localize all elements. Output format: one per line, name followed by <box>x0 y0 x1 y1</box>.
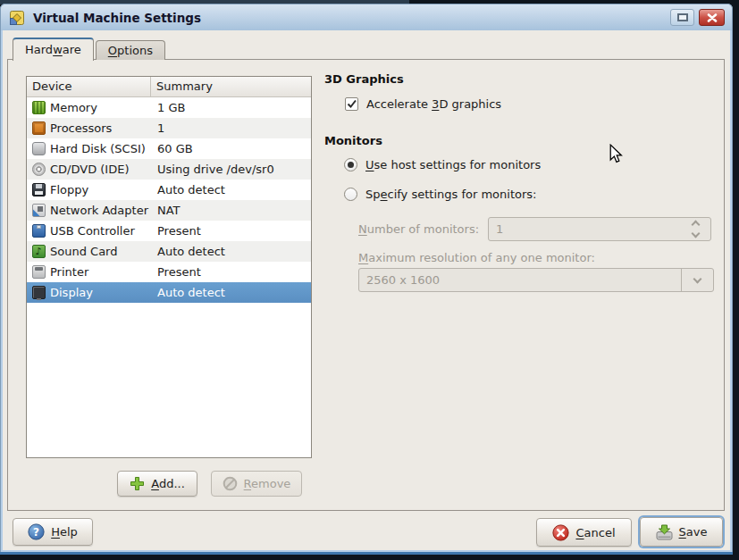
column-header-summary[interactable]: Summary <box>151 77 311 96</box>
number-of-monitors-label: Number of monitors: <box>358 222 479 236</box>
3d-graphics-heading: 3D Graphics <box>324 72 404 86</box>
spinner-chevrons <box>684 219 710 239</box>
device-summary: Present <box>151 265 311 279</box>
maximize-icon <box>677 13 688 21</box>
remove-button: Remove <box>211 471 302 497</box>
window-title: Virtual Machine Settings <box>33 11 201 25</box>
max-resolution-label: Maximum resolution of any one monitor: <box>358 251 595 264</box>
specify-radio[interactable] <box>344 188 357 201</box>
remove-button-label: Remove <box>244 477 291 490</box>
device-summary: Present <box>151 224 311 238</box>
device-name: Hard Disk (SCSI) <box>46 142 151 155</box>
table-row[interactable]: USB Controller Present <box>27 221 311 241</box>
device-name: USB Controller <box>46 224 151 238</box>
device-summary: Auto detect <box>151 286 311 299</box>
table-row[interactable]: Display Auto detect <box>27 282 311 303</box>
remove-icon <box>223 476 238 491</box>
window-frame-bottom <box>0 552 733 555</box>
monitors-heading: Monitors <box>324 134 382 147</box>
device-name: CD/DVD (IDE) <box>46 163 151 176</box>
device-summary: 1 <box>151 121 311 135</box>
table-row[interactable]: Floppy Auto detect <box>27 180 311 200</box>
max-resolution-dropdown: 2560 x 1600 <box>358 268 714 292</box>
tab-bar: Hardware Options <box>13 38 165 61</box>
table-row[interactable]: CD/DVD (IDE) Using drive /dev/sr0 <box>27 159 311 180</box>
cancel-button[interactable]: Cancel <box>536 518 632 547</box>
memory-icon <box>32 101 46 114</box>
sound-icon <box>32 245 46 258</box>
close-button[interactable] <box>699 9 725 26</box>
add-button[interactable]: Add... <box>117 471 197 497</box>
device-name: Memory <box>46 101 151 114</box>
device-table: Device Summary Memory 1 GB Processors 1 … <box>26 76 312 458</box>
device-summary: 60 GB <box>151 142 311 155</box>
hardware-tab-panel: Device Summary Memory 1 GB Processors 1 … <box>7 59 725 511</box>
table-row[interactable]: Network Adapter NAT <box>27 200 311 221</box>
device-name: Display <box>46 286 151 299</box>
chevron-up-icon <box>691 221 700 230</box>
device-name: Processors <box>46 121 151 135</box>
dropdown-button <box>681 269 713 291</box>
dropdown-value: 2560 x 1600 <box>359 273 681 287</box>
add-button-label: Add... <box>151 477 185 490</box>
accelerate-3d-checkbox[interactable] <box>345 97 358 111</box>
chevron-down-icon <box>691 230 700 238</box>
network-icon <box>32 204 46 217</box>
plus-icon <box>130 476 145 491</box>
titlebar[interactable]: Virtual Machine Settings <box>1 4 732 30</box>
device-name: Sound Card <box>46 245 151 258</box>
display-icon <box>32 286 46 299</box>
device-summary: NAT <box>151 204 311 217</box>
spinner-value: 1 <box>489 222 684 236</box>
cancel-icon <box>552 524 569 541</box>
table-row[interactable]: Memory 1 GB <box>27 97 311 118</box>
tab-hardware[interactable]: Hardware <box>13 38 94 61</box>
cd-icon <box>32 163 46 176</box>
use-host-label: Use host settings for monitors <box>365 158 541 171</box>
printer-icon <box>32 265 46 279</box>
cancel-button-label: Cancel <box>575 526 615 539</box>
device-summary: Auto detect <box>151 245 311 258</box>
maximize-button[interactable] <box>670 9 694 26</box>
processors-icon <box>32 121 46 135</box>
device-summary: 1 GB <box>151 101 311 114</box>
close-icon <box>707 13 718 22</box>
save-button-label: Save <box>679 525 708 539</box>
device-table-body: Memory 1 GB Processors 1 Hard Disk (SCSI… <box>27 97 311 457</box>
device-table-header: Device Summary <box>27 77 311 97</box>
device-name: Network Adapter <box>46 204 151 217</box>
dialog-body: Hardware Options Device Summary Memory 1… <box>3 30 730 550</box>
help-button-label: Help <box>51 525 78 539</box>
vmware-app-icon <box>8 9 26 27</box>
table-row[interactable]: Processors 1 <box>27 118 311 138</box>
table-row[interactable]: Printer Present <box>27 262 311 282</box>
device-name: Floppy <box>46 183 151 196</box>
help-icon: ? <box>28 523 45 540</box>
floppy-icon <box>32 183 46 196</box>
use-host-radio[interactable] <box>344 158 357 171</box>
save-icon <box>656 524 673 540</box>
device-name: Printer <box>46 265 151 279</box>
chevron-down-icon <box>693 274 702 283</box>
vm-settings-window: Virtual Machine Settings Hardware Option… <box>0 4 733 555</box>
table-row[interactable]: Sound Card Auto detect <box>27 241 311 262</box>
device-summary: Auto detect <box>151 183 311 196</box>
table-row[interactable]: Hard Disk (SCSI) 60 GB <box>27 138 311 159</box>
tab-options[interactable]: Options <box>96 40 165 60</box>
device-summary: Using drive /dev/sr0 <box>151 163 311 176</box>
number-of-monitors-spinner: 1 <box>488 217 711 241</box>
harddisk-icon <box>32 142 46 155</box>
help-button[interactable]: ? Help <box>13 518 93 546</box>
save-button[interactable]: Save <box>640 517 723 547</box>
checkmark-icon <box>346 98 357 110</box>
accelerate-3d-label: Accelerate 3D graphics <box>366 97 501 111</box>
svg-text:?: ? <box>33 526 39 539</box>
column-header-device[interactable]: Device <box>27 77 151 96</box>
usb-icon <box>32 224 46 238</box>
specify-label: Specify settings for monitors: <box>365 188 536 201</box>
